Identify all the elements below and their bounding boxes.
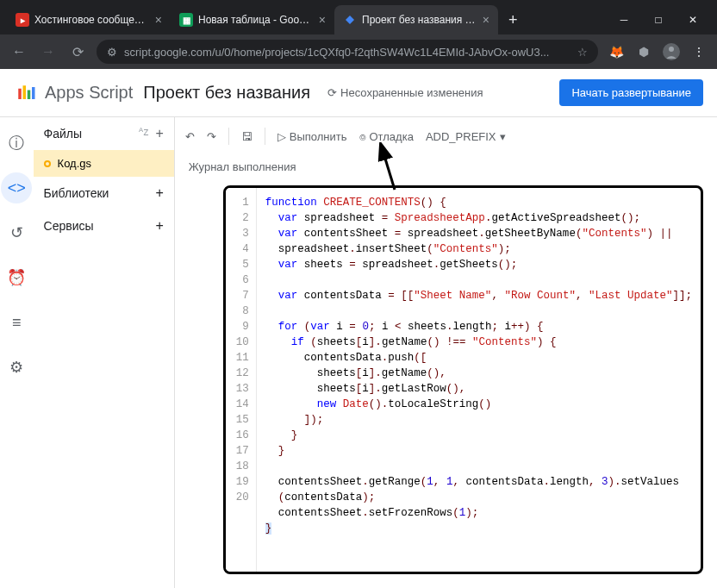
nav-forward-icon[interactable]: → <box>38 41 59 62</box>
function-select-label: ADD_PREFIX <box>426 130 496 143</box>
project-title[interactable]: Проект без названия <box>143 83 310 103</box>
sort-icon[interactable]: ᴬz <box>139 126 148 141</box>
app-name-label: Apps Script <box>45 83 133 103</box>
save-icon[interactable]: 🖫 <box>241 130 253 143</box>
rail-executions-icon[interactable]: ≡ <box>1 307 32 338</box>
save-status: ⟳ Несохраненные изменения <box>327 86 483 99</box>
unsaved-icon: ⟳ <box>327 86 337 99</box>
line-gutter: 1234567891011121314151617181920 <box>226 188 257 572</box>
icon-rail: ⓘ <> ↺ ⏰ ≡ ⚙ <box>0 117 34 588</box>
nav-back-icon[interactable]: ← <box>9 41 29 62</box>
rail-settings-icon[interactable]: ⚙ <box>1 352 32 383</box>
file-name-label: Код.gs <box>58 157 91 170</box>
tab-title: Проект без названия - Ред <box>362 14 477 26</box>
editor-toolbar: ↶ ↷ 🖫 ▷ Выполнить ⌾ Отладка ADD_PREFIX ▾ <box>175 117 717 155</box>
rail-triggers-icon[interactable]: ⏰ <box>1 262 32 293</box>
bookmark-star-icon[interactable]: ☆ <box>577 46 588 59</box>
window-minimize-icon[interactable]: ─ <box>607 7 641 33</box>
browser-tab-active[interactable]: Проект без названия - Ред × <box>334 5 498 34</box>
code-editor[interactable]: 1234567891011121314151617181920 function… <box>223 185 703 574</box>
add-service-icon[interactable]: + <box>155 218 163 234</box>
run-label: Выполнить <box>290 130 347 143</box>
save-status-label: Несохраненные изменения <box>340 86 483 99</box>
file-status-icon <box>44 160 51 167</box>
undo-icon[interactable]: ↶ <box>185 130 195 143</box>
deploy-button[interactable]: Начать развертывание <box>559 79 703 106</box>
profile-avatar[interactable] <box>662 42 681 61</box>
files-section-label: Файлы <box>44 127 82 141</box>
browser-menu-icon[interactable]: ⋮ <box>689 42 708 61</box>
url-text: script.google.com/u/0/home/projects/1cQX… <box>124 46 570 59</box>
debug-label: Отладка <box>370 130 414 143</box>
function-selector[interactable]: ADD_PREFIX ▾ <box>426 130 506 143</box>
tab-close-icon[interactable]: × <box>483 13 489 27</box>
tab-close-icon[interactable]: × <box>319 13 326 27</box>
rail-info-icon[interactable]: ⓘ <box>1 128 32 159</box>
site-settings-icon[interactable]: ⚙ <box>107 46 117 59</box>
add-library-icon[interactable]: + <box>155 185 163 201</box>
window-close-icon[interactable]: ✕ <box>676 7 710 33</box>
debug-button[interactable]: ⌾ Отладка <box>359 130 414 143</box>
extension-icon[interactable]: ⬢ <box>634 42 653 61</box>
tab-favicon: ▦ <box>179 13 193 27</box>
svg-point-1 <box>669 47 674 52</box>
services-section-label: Сервисы <box>44 219 94 233</box>
browser-tab[interactable]: ▸ Хостинговое сообщество × <box>7 5 171 34</box>
redo-icon[interactable]: ↷ <box>207 130 216 143</box>
file-panel: Файлы ᴬz + Код.gs Библиотеки + Сервисы + <box>34 117 175 588</box>
app-header: Apps Script Проект без названия ⟳ Несохр… <box>0 69 717 117</box>
add-file-icon[interactable]: + <box>155 126 163 141</box>
apps-script-logo-icon <box>14 81 38 105</box>
tab-title: Новая таблица - Google Та <box>198 14 314 26</box>
libraries-section-label: Библиотеки <box>44 186 109 200</box>
tab-favicon <box>343 13 357 27</box>
tab-title: Хостинговое сообщество <box>34 14 150 26</box>
execution-log-label: Журнал выполнения <box>175 155 717 178</box>
url-input[interactable]: ⚙ script.google.com/u/0/home/projects/1c… <box>97 40 598 64</box>
extension-icon[interactable]: 🦊 <box>607 42 626 61</box>
rail-history-icon[interactable]: ↺ <box>1 217 32 248</box>
tab-close-icon[interactable]: × <box>155 13 162 27</box>
code-content[interactable]: function CREATE_CONTENTS() { var spreads… <box>257 188 701 572</box>
run-button[interactable]: ▷ Выполнить <box>277 130 347 143</box>
new-tab-button[interactable]: + <box>502 8 525 33</box>
rail-editor-icon[interactable]: <> <box>1 172 32 203</box>
browser-tab[interactable]: ▦ Новая таблица - Google Та × <box>171 5 334 34</box>
tab-favicon: ▸ <box>16 13 29 27</box>
browser-tab-bar: ▸ Хостинговое сообщество × ▦ Новая табли… <box>0 0 717 34</box>
window-maximize-icon[interactable]: □ <box>641 7 676 33</box>
nav-reload-icon[interactable]: ⟳ <box>67 41 88 62</box>
file-item[interactable]: Код.gs <box>34 150 174 177</box>
